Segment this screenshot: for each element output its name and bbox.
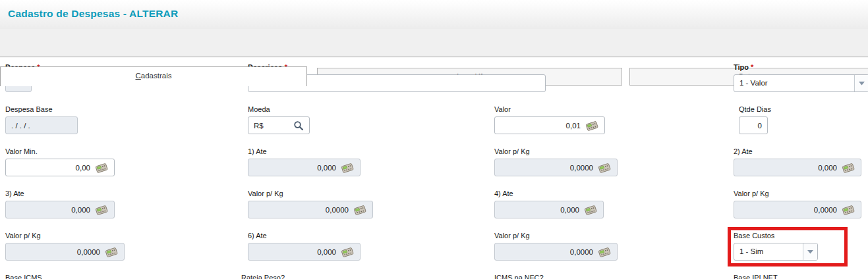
ate-3-label: 3) Ate xyxy=(5,190,115,198)
page-title: Cadastro de Despesas - ALTERAR xyxy=(8,8,178,20)
calculator-icon xyxy=(341,163,355,173)
calculator-icon xyxy=(341,247,355,257)
valor-pkg-3-label: Valor p/ Kg xyxy=(734,190,861,198)
field-valor-pkg-2: Valor p/ Kg 0,0000 xyxy=(248,190,373,218)
ate-2-input: 0,000 xyxy=(734,159,861,176)
base-icms-label: Base ICMS xyxy=(5,274,42,279)
valor-pkg-3-input: 0,0000 xyxy=(734,201,861,218)
field-valor-pkg-1: Valor p/ Kg 0,0000 xyxy=(494,147,618,176)
window-header: Cadastro de Despesas - ALTERAR xyxy=(0,0,868,29)
qtde-dias-input[interactable]: 0 xyxy=(739,116,768,134)
field-ate-1: 1) Ate 0,000 xyxy=(248,147,361,176)
valor-min-label: Valor Min. xyxy=(5,147,115,156)
tipo-label: Tipo * xyxy=(734,63,868,72)
field-ate-6: 6) Ate 0,000 xyxy=(248,232,361,261)
valor-pkg-4-input: 0,0000 xyxy=(5,243,125,261)
base-custos-select[interactable]: 1 - Sim xyxy=(734,243,818,261)
tipo-select[interactable]: 1 - Valor xyxy=(734,74,868,92)
qtde-dias-label: Qtde Dias xyxy=(739,105,771,114)
field-valor-min: Valor Min. 0,00 xyxy=(5,147,115,176)
field-valor-pkg-3: Valor p/ Kg 0,0000 xyxy=(734,190,861,218)
field-qtde-dias: Qtde Dias 0 xyxy=(739,105,771,134)
field-despesa-base: Despesa Base . / . / . xyxy=(5,105,78,134)
calculator-icon xyxy=(842,205,855,215)
expense-registration-window: Cadastro de Despesas - ALTERAR Cadastrai… xyxy=(0,0,868,279)
calculator-icon xyxy=(598,163,612,173)
field-moeda: Moeda R$ xyxy=(248,105,310,134)
field-ate-4: 4) Ate 0,000 xyxy=(494,190,604,218)
ate-4-label: 4) Ate xyxy=(494,190,604,198)
tipo-dropdown-button[interactable] xyxy=(854,75,868,91)
valor-pkg-2-input: 0,0000 xyxy=(248,201,373,218)
valor-input[interactable]: 0,01 xyxy=(494,116,605,134)
ate-2-label: 2) Ate xyxy=(734,147,861,156)
moeda-label: Moeda xyxy=(248,105,310,114)
valor-pkg-5-label: Valor p/ Kg xyxy=(494,232,618,240)
rateia-peso-label: Rateia Peso? xyxy=(241,274,285,279)
ate-4-input: 0,000 xyxy=(494,201,604,218)
field-ate-2: 2) Ate 0,000 xyxy=(734,147,861,176)
tab-bar: Cadastrais Icms Uf Outros xyxy=(0,29,868,57)
base-custos-dropdown-button[interactable] xyxy=(803,243,817,260)
field-tipo: Tipo * 1 - Valor xyxy=(734,63,868,92)
field-valor: Valor 0,01 xyxy=(494,105,605,134)
valor-label: Valor xyxy=(494,105,605,114)
valor-pkg-4-label: Valor p/ Kg xyxy=(5,232,125,240)
chevron-down-icon xyxy=(807,250,813,254)
despesa-base-input: . / . / . xyxy=(5,116,78,134)
ate-1-input: 0,000 xyxy=(248,159,361,176)
ate-6-label: 6) Ate xyxy=(248,232,361,240)
base-custos-label: Base Custos xyxy=(734,232,818,240)
search-icon[interactable] xyxy=(293,120,304,131)
calculator-icon xyxy=(105,247,119,257)
calculator-icon[interactable] xyxy=(585,120,599,131)
valor-pkg-1-input: 0,0000 xyxy=(494,159,618,176)
icms-nfc-label: ICMS na NFC? xyxy=(494,274,544,279)
calculator-icon xyxy=(95,205,109,215)
field-base-custos: Base Custos 1 - Sim xyxy=(734,232,818,261)
calculator-icon xyxy=(353,205,367,215)
valor-pkg-1-label: Valor p/ Kg xyxy=(494,147,618,156)
calculator-icon xyxy=(598,247,612,257)
ate-6-input: 0,000 xyxy=(248,243,361,261)
field-ate-3: 3) Ate 0,000 xyxy=(5,190,115,218)
despesa-base-label: Despesa Base xyxy=(5,105,78,114)
ate-1-label: 1) Ate xyxy=(248,147,361,156)
calculator-icon[interactable] xyxy=(95,163,109,173)
valor-pkg-2-label: Valor p/ Kg xyxy=(248,190,373,198)
tab-cadastrais[interactable]: Cadastrais xyxy=(0,66,307,86)
ate-3-input: 0,000 xyxy=(5,201,115,218)
valor-min-input[interactable]: 0,00 xyxy=(5,159,115,176)
calculator-icon xyxy=(584,205,598,215)
base-ipi-net-label: Base IPI NET xyxy=(734,274,778,279)
chevron-down-icon xyxy=(859,82,865,86)
moeda-input[interactable]: R$ xyxy=(248,116,310,134)
calculator-icon xyxy=(842,163,855,173)
valor-pkg-5-input: 0,0000 xyxy=(494,243,618,261)
field-valor-pkg-5: Valor p/ Kg 0,0000 xyxy=(494,232,618,261)
field-valor-pkg-4: Valor p/ Kg 0,0000 xyxy=(5,232,125,261)
